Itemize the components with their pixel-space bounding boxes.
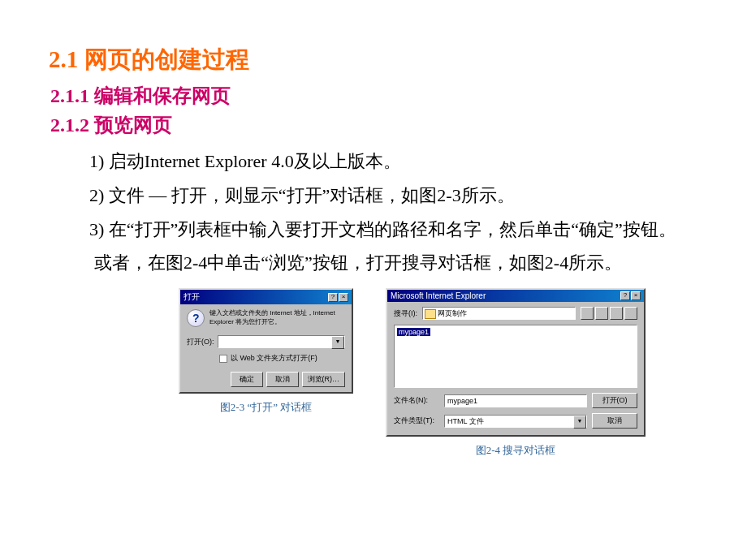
browse-dialog: Microsoft Internet Explorer ? × 搜寻(I): 网… (386, 288, 646, 437)
web-folder-checkbox-label: 以 Web 文件夹方式打开(F) (231, 353, 317, 364)
filetype-combobox[interactable]: HTML 文件 (444, 415, 587, 428)
open-button[interactable]: 打开(O) (592, 393, 637, 408)
figure-2-3-caption: 图2-3 “打开” 对话框 (179, 400, 353, 415)
step-1: 1) 启动Internet Explorer 4.0及以上版本。 (89, 144, 682, 179)
open-dialog: 打开 ? × 键入文档或文件夹的 Internet 地址，Internet Ex… (179, 288, 353, 394)
filetype-label: 文件类型(T): (394, 416, 439, 426)
search-label: 搜寻(I): (394, 308, 417, 319)
open-label: 打开(O): (187, 337, 214, 347)
question-icon (187, 309, 205, 327)
heading-1: 2.1 网页的创建过程 (49, 44, 698, 76)
folder-combobox[interactable]: 网页制作 (422, 307, 576, 320)
heading-2-1-1: 2.1.1 编辑和保存网页 (49, 83, 698, 109)
open-dialog-titlebar: 打开 ? × (180, 290, 352, 304)
figure-2-4-caption: 图2-4 搜寻对话框 (386, 443, 646, 458)
filename-label: 文件名(N): (394, 395, 439, 406)
cancel-button[interactable]: 取消 (266, 372, 299, 387)
heading-2-1-2: 2.1.2 预览网页 (49, 112, 698, 138)
step-2: 2) 文件 — 打开，则显示“打开”对话框，如图2-3所示。 (89, 179, 682, 213)
file-item-selected[interactable]: mypage1 (397, 328, 430, 336)
open-combobox[interactable] (218, 335, 346, 348)
browse-button[interactable]: 浏览(R)… (302, 372, 346, 387)
help-icon[interactable]: ? (620, 291, 630, 300)
body-text: 1) 启动Internet Explorer 4.0及以上版本。 2) 文件 —… (49, 144, 698, 280)
step-3: 3) 在“打开”列表框中输入要打开文档的路径和名字，然后单击“确定”按钮。 (89, 213, 682, 247)
figure-2-4: Microsoft Internet Explorer ? × 搜寻(I): 网… (386, 288, 646, 458)
open-dialog-title: 打开 (184, 291, 200, 303)
close-icon[interactable]: × (631, 291, 641, 300)
ok-button[interactable]: 确定 (231, 372, 263, 387)
list-view-icon[interactable] (610, 307, 623, 320)
new-folder-icon[interactable] (595, 307, 608, 320)
file-list[interactable]: mypage1 (394, 325, 637, 388)
web-folder-checkbox[interactable] (219, 355, 227, 363)
browse-dialog-title: Microsoft Internet Explorer (391, 291, 486, 300)
open-dialog-help-text: 键入文档或文件夹的 Internet 地址，Internet Explorer … (209, 309, 345, 326)
cancel-button[interactable]: 取消 (592, 413, 637, 429)
details-view-icon[interactable] (624, 307, 637, 320)
up-one-level-icon[interactable] (581, 307, 594, 320)
filename-input[interactable]: mypage1 (444, 394, 587, 407)
step-alt: 或者，在图2-4中单击“浏览”按钮，打开搜寻对话框，如图2-4所示。 (89, 246, 682, 280)
browse-dialog-titlebar: Microsoft Internet Explorer ? × (387, 290, 644, 302)
figure-2-3: 打开 ? × 键入文档或文件夹的 Internet 地址，Internet Ex… (179, 288, 353, 458)
help-icon[interactable]: ? (328, 293, 338, 302)
close-icon[interactable]: × (339, 293, 348, 302)
